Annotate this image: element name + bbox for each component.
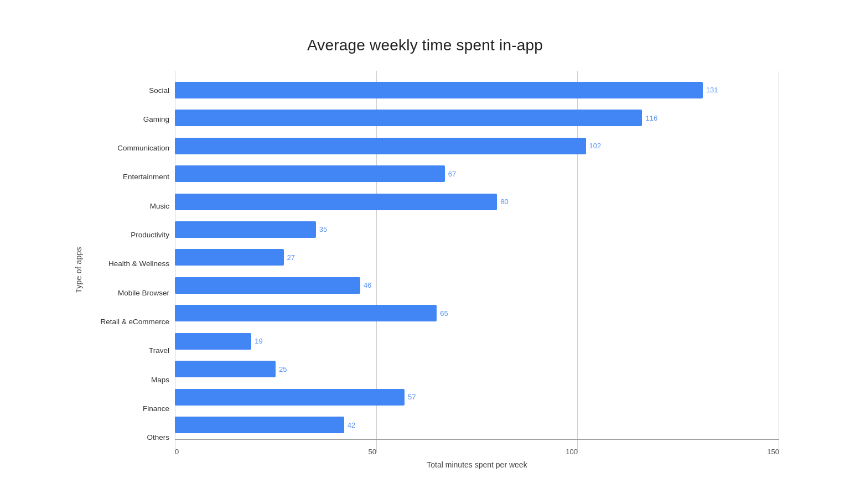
bar [175,305,437,321]
bar-value-label: 46 [364,281,371,289]
bar [175,389,405,406]
x-tick-label: 50 [369,448,376,456]
bar-row: 65 [175,303,779,324]
y-category-label: Social [86,86,169,95]
bar-row: 131 [175,80,779,101]
bar-row: 102 [175,136,779,157]
x-axis-label: Total minutes spent per week [175,460,779,469]
x-tick-label: 0 [175,448,179,456]
bars-and-grid: 13111610267803527466519255742 050100150 … [175,71,779,469]
bar-value-label: 131 [706,86,718,94]
bar [175,221,316,238]
bar-row: 116 [175,107,779,128]
bar [175,138,586,154]
y-category-label: Gaming [86,115,169,124]
y-categories: SocialGamingCommunicationEntertainmentMu… [86,71,175,469]
bar-value-label: 65 [440,309,448,318]
bar-value-label: 67 [448,170,456,178]
y-category-label: Others [86,433,169,442]
bar-value-label: 102 [589,142,602,150]
bar-row: 67 [175,163,779,184]
y-axis-label-container: Type of apps [71,71,86,469]
y-axis-label: Type of apps [74,247,83,293]
bar-value-label: 116 [645,114,657,122]
x-axis: 050100150 [175,439,779,456]
x-tick-label: 100 [566,448,578,456]
bar-row: 42 [175,414,779,435]
bottom-area: 050100150 Total minutes spent per week [175,439,779,469]
chart-container: Average weekly time spent in-app Type of… [38,14,812,490]
bar [175,82,703,98]
bar-value-label: 35 [319,225,327,233]
bar-row: 25 [175,358,779,380]
bar-row: 35 [175,219,779,240]
y-category-label: Travel [86,346,169,355]
y-category-label: Retail & eCommerce [86,318,169,326]
x-tick-label: 150 [767,448,779,456]
chart-title: Average weekly time spent in-app [71,37,779,54]
chart-area: Type of apps SocialGamingCommunicationEn… [71,71,779,469]
bar-row: 80 [175,191,779,212]
bar [175,249,284,266]
y-category-label: Finance [86,404,169,413]
bar [175,417,344,433]
bar-value-label: 27 [287,253,295,262]
y-category-label: Health & Wellness [86,259,169,268]
bar-value-label: 57 [408,393,416,401]
bar-value-label: 25 [279,365,287,373]
bar-value-label: 42 [348,421,355,429]
bar [175,333,251,350]
bar-row: 57 [175,387,779,408]
bar [175,361,276,377]
bar [175,277,360,294]
y-category-label: Communication [86,144,169,153]
bar-row: 46 [175,275,779,296]
y-category-label: Productivity [86,231,169,240]
bar [175,165,445,182]
bars-section: 13111610267803527466519255742 [175,71,779,439]
y-category-label: Maps [86,376,169,385]
bar-value-label: 19 [255,337,262,345]
x-ticks: 050100150 [175,445,779,456]
y-category-label: Music [86,202,169,211]
bar-value-label: 80 [500,198,508,206]
bar [175,110,642,126]
y-category-label: Mobile Browser [86,289,169,298]
bar-row: 27 [175,247,779,268]
bar-row: 19 [175,331,779,352]
bar [175,194,497,210]
y-category-label: Entertainment [86,173,169,181]
